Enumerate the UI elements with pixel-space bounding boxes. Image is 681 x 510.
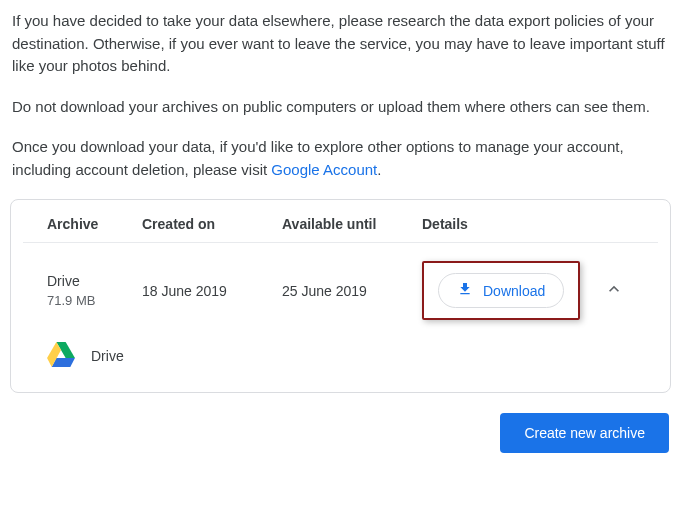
info-paragraph-1: If you have decided to take your data el…	[12, 10, 669, 78]
archive-created: 18 June 2019	[142, 283, 282, 299]
download-button[interactable]: Download	[438, 273, 564, 308]
archive-name: Drive	[47, 273, 142, 289]
download-label: Download	[483, 283, 545, 299]
download-icon	[457, 281, 473, 300]
header-available: Available until	[282, 216, 422, 232]
collapse-button[interactable]	[594, 279, 634, 302]
chevron-up-icon	[604, 279, 624, 302]
download-highlight: Download	[422, 261, 580, 320]
info-paragraph-2: Do not download your archives on public …	[12, 96, 669, 119]
archives-card: Archive Created on Available until Detai…	[10, 199, 671, 393]
table-row: Drive 71.9 MB 18 June 2019 25 June 2019 …	[23, 243, 658, 338]
drive-icon	[47, 342, 75, 370]
header-archive: Archive	[47, 216, 142, 232]
info-paragraph-3-post: .	[377, 161, 381, 178]
header-details: Details	[422, 216, 594, 232]
product-row: Drive	[23, 338, 658, 392]
product-name: Drive	[91, 348, 124, 364]
archives-table-header: Archive Created on Available until Detai…	[23, 200, 658, 243]
archive-size: 71.9 MB	[47, 293, 142, 308]
header-created: Created on	[142, 216, 282, 232]
info-paragraph-3: Once you download your data, if you'd li…	[12, 136, 669, 181]
google-account-link[interactable]: Google Account	[271, 161, 377, 178]
create-new-archive-button[interactable]: Create new archive	[500, 413, 669, 453]
archive-available: 25 June 2019	[282, 283, 422, 299]
